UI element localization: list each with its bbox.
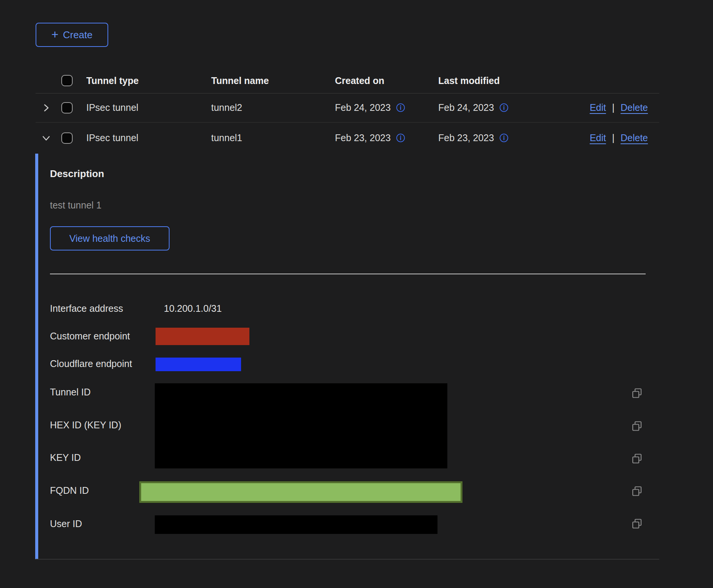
- edit-link[interactable]: Edit: [590, 102, 606, 113]
- table-row-tunnel2: IPsec tunnel tunnel2 Feb 24, 2023 Feb 24…: [36, 93, 659, 122]
- description-text: test tunnel 1: [50, 200, 101, 211]
- fqdn-id-redaction: [139, 481, 462, 503]
- info-icon[interactable]: [396, 103, 405, 112]
- customer-endpoint-redaction: [156, 328, 249, 345]
- copy-hex-id-button[interactable]: [630, 420, 643, 433]
- copy-icon: [631, 420, 643, 432]
- created-on-date: Feb 24, 2023: [335, 102, 391, 113]
- view-health-checks-button[interactable]: View health checks: [50, 226, 170, 250]
- last-modified-date: Feb 24, 2023: [438, 102, 494, 113]
- expand-chevron-right-icon[interactable]: [38, 93, 54, 122]
- info-icon[interactable]: [396, 133, 405, 143]
- table-row-tunnel1: IPsec tunnel tunnel1 Feb 23, 2023 Feb 23…: [36, 122, 659, 154]
- copy-tunnel-id-button[interactable]: [630, 387, 643, 400]
- created-on-cell: Feb 23, 2023: [335, 122, 405, 154]
- tunnel-hex-key-id-redaction: [155, 383, 447, 468]
- copy-key-id-button[interactable]: [630, 453, 643, 465]
- cloudflare-endpoint-redaction: [156, 358, 241, 371]
- copy-user-id-button[interactable]: [630, 518, 643, 530]
- copy-icon: [631, 387, 643, 399]
- info-icon[interactable]: [499, 133, 509, 143]
- user-id-label: User ID: [50, 518, 82, 529]
- last-modified-cell: Feb 23, 2023: [438, 122, 509, 154]
- collapse-chevron-down-icon[interactable]: [38, 122, 54, 154]
- copy-fqdn-id-button[interactable]: [630, 485, 643, 498]
- interface-address-value: 10.200.1.0/31: [164, 303, 222, 314]
- customer-endpoint-label: Customer endpoint: [50, 331, 130, 342]
- row-checkbox[interactable]: [61, 102, 73, 114]
- column-header-tunnel-name: Tunnel name: [211, 68, 269, 93]
- key-id-label: KEY ID: [50, 452, 81, 463]
- tunnel-name-cell: tunnel1: [211, 122, 242, 154]
- hex-id-label: HEX ID (KEY ID): [50, 420, 121, 431]
- select-all-checkbox[interactable]: [61, 75, 73, 86]
- tunnel-name-cell: tunnel2: [211, 93, 242, 122]
- column-header-created-on: Created on: [335, 68, 385, 93]
- ipsec-tunnels-page: + Create Tunnel type Tunnel name Created…: [0, 0, 713, 588]
- cloudflare-endpoint-label: Cloudflare endpoint: [50, 358, 132, 369]
- description-heading: Description: [50, 168, 104, 180]
- last-modified-date: Feb 23, 2023: [438, 132, 494, 143]
- action-separator: |: [612, 132, 615, 143]
- tunnel-type-cell: IPsec tunnel: [86, 122, 139, 154]
- last-modified-cell: Feb 24, 2023: [438, 93, 509, 122]
- tunnel-type-cell: IPsec tunnel: [86, 93, 139, 122]
- tunnel-id-label: Tunnel ID: [50, 387, 90, 398]
- table-header: Tunnel type Tunnel name Created on Last …: [36, 68, 659, 93]
- expanded-row-indicator-bar: [35, 154, 38, 559]
- fqdn-id-label: FQDN ID: [50, 485, 89, 496]
- copy-icon: [631, 518, 643, 529]
- action-separator: |: [612, 102, 615, 113]
- copy-icon: [631, 453, 643, 464]
- delete-link[interactable]: Delete: [621, 132, 648, 143]
- panel-bottom-divider: [36, 559, 659, 560]
- detail-section-divider: [50, 274, 646, 274]
- delete-link[interactable]: Delete: [621, 102, 648, 113]
- created-on-cell: Feb 24, 2023: [335, 93, 405, 122]
- create-button-label: Create: [63, 29, 92, 41]
- info-icon[interactable]: [499, 103, 509, 112]
- copy-icon: [631, 485, 643, 497]
- create-button[interactable]: + Create: [36, 23, 108, 47]
- user-id-redaction: [155, 515, 437, 534]
- column-header-tunnel-type: Tunnel type: [86, 68, 139, 93]
- created-on-date: Feb 23, 2023: [335, 132, 391, 143]
- edit-link[interactable]: Edit: [590, 132, 606, 143]
- row-checkbox[interactable]: [61, 132, 73, 144]
- column-header-last-modified: Last modified: [438, 68, 500, 93]
- interface-address-label: Interface address: [50, 303, 123, 314]
- plus-icon: +: [51, 28, 59, 40]
